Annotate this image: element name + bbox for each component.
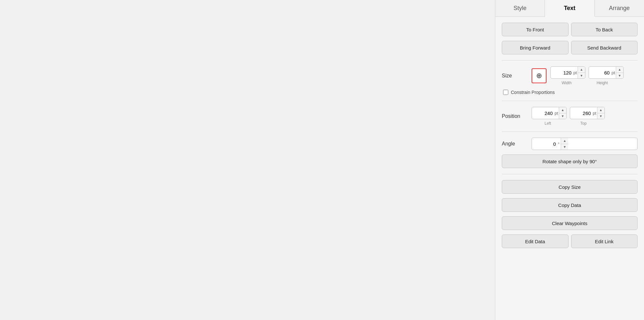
left-down[interactable]: ▼ xyxy=(559,113,566,119)
left-input[interactable] xyxy=(532,110,555,116)
divider-4 xyxy=(502,174,638,174)
panel-body: To Front To Back Bring Forward Send Back… xyxy=(495,17,644,254)
edit-link-button[interactable]: Edit Link xyxy=(571,234,638,248)
to-back-button[interactable]: To Back xyxy=(571,23,638,36)
rotate-shape-button[interactable]: Rotate shape only by 90° xyxy=(502,154,638,168)
angle-up[interactable]: ▲ xyxy=(561,138,568,144)
left-up[interactable]: ▲ xyxy=(559,107,566,113)
constrain-label: Constrain Proportions xyxy=(511,90,555,95)
left-sub-label: Left xyxy=(532,121,564,126)
clear-waypoints-button[interactable]: Clear Waypoints xyxy=(502,216,638,230)
width-up[interactable]: ▲ xyxy=(578,67,585,73)
position-sub-labels: Left Top xyxy=(532,121,605,126)
size-row: Size ⊕ pt ▲ ▼ pt xyxy=(502,66,638,85)
panel-tabs: Style Text Arrange xyxy=(495,0,644,17)
send-backward-button[interactable]: Send Backward xyxy=(571,41,638,54)
size-label: Size xyxy=(502,73,528,79)
height-down[interactable]: ▼ xyxy=(616,73,623,79)
top-down[interactable]: ▼ xyxy=(597,113,604,119)
top-unit: pt xyxy=(593,111,597,116)
order-buttons-row2: Bring Forward Send Backward xyxy=(502,41,638,54)
angle-input-wrap: ° ▲ ▼ xyxy=(532,138,638,150)
size-inputs-row: pt ▲ ▼ pt ▲ ▼ xyxy=(550,66,624,79)
height-input-group[interactable]: pt ▲ ▼ xyxy=(589,66,624,79)
width-down[interactable]: ▼ xyxy=(578,73,585,79)
angle-arrows: ▲ ▼ xyxy=(561,138,568,150)
height-sub-label: Height xyxy=(586,81,618,85)
position-label: Position xyxy=(502,113,528,119)
angle-input[interactable] xyxy=(532,141,558,147)
angle-row: Angle ° ▲ ▼ xyxy=(502,138,638,150)
angle-input-group[interactable]: ° ▲ ▼ xyxy=(532,138,638,150)
angle-label: Angle xyxy=(502,141,528,147)
height-input[interactable] xyxy=(589,70,612,75)
constrain-row: Constrain Proportions xyxy=(503,90,638,95)
right-panel: Style Text Arrange To Front To Back Brin… xyxy=(495,0,644,320)
edit-buttons-row: Edit Data Edit Link xyxy=(502,234,638,248)
position-inputs-row: pt ▲ ▼ pt ▲ ▼ xyxy=(532,107,605,119)
height-unit: pt xyxy=(612,70,616,75)
tab-style[interactable]: Style xyxy=(495,0,545,17)
divider-1 xyxy=(502,60,638,61)
edit-data-button[interactable]: Edit Data xyxy=(502,234,569,248)
angle-unit: ° xyxy=(558,142,561,146)
to-front-button[interactable]: To Front xyxy=(502,23,569,36)
width-arrows: ▲ ▼ xyxy=(578,67,585,78)
top-input[interactable] xyxy=(570,110,593,116)
constrain-checkbox[interactable] xyxy=(503,90,508,95)
angle-down[interactable]: ▼ xyxy=(561,144,568,150)
left-arrows: ▲ ▼ xyxy=(559,107,566,119)
width-input[interactable] xyxy=(551,70,573,75)
tab-text[interactable]: Text xyxy=(545,0,594,17)
divider-3 xyxy=(502,131,638,132)
left-input-group[interactable]: pt ▲ ▼ xyxy=(532,107,567,119)
left-unit: pt xyxy=(555,111,559,116)
tab-arrange[interactable]: Arrange xyxy=(595,0,644,17)
copy-size-button[interactable]: Copy Size xyxy=(502,180,638,194)
resize-icon: ⊕ xyxy=(536,72,542,80)
top-input-group[interactable]: pt ▲ ▼ xyxy=(570,107,605,119)
divider-2 xyxy=(502,101,638,101)
copy-data-button[interactable]: Copy Data xyxy=(502,198,638,212)
position-row: Position pt ▲ ▼ pt ▲ xyxy=(502,107,638,126)
size-sub-labels: Width Height xyxy=(550,81,624,85)
height-arrows: ▲ ▼ xyxy=(616,67,623,78)
height-up[interactable]: ▲ xyxy=(616,67,623,73)
bring-forward-button[interactable]: Bring Forward xyxy=(502,41,569,54)
order-buttons-row1: To Front To Back xyxy=(502,23,638,36)
width-input-group[interactable]: pt ▲ ▼ xyxy=(550,66,585,79)
size-icon-box[interactable]: ⊕ xyxy=(532,68,546,83)
top-arrows: ▲ ▼ xyxy=(597,107,604,119)
top-up[interactable]: ▲ xyxy=(597,107,604,113)
width-sub-label: Width xyxy=(550,81,583,85)
width-unit: pt xyxy=(573,70,578,75)
top-sub-label: Top xyxy=(567,121,600,126)
